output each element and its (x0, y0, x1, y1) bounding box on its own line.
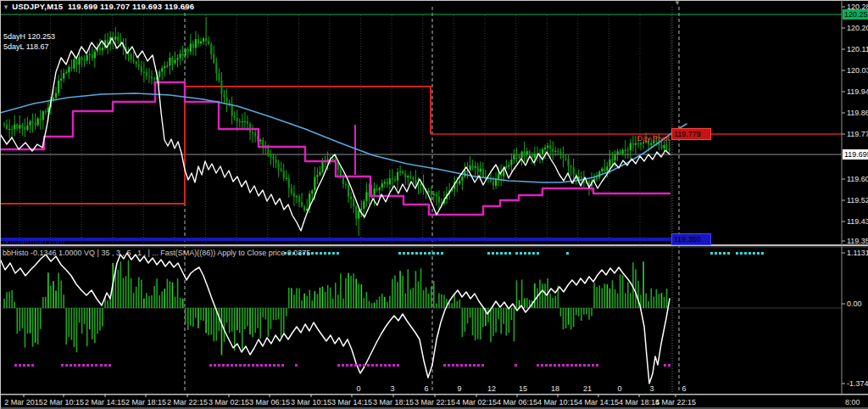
histogram-layer[interactable] (4, 261, 667, 356)
magenta-signal-dash (549, 364, 552, 367)
magenta-signal-dash (273, 364, 275, 367)
candle-body (208, 41, 209, 44)
candle-body (554, 151, 556, 152)
candle-body (176, 58, 178, 59)
candle-body (524, 152, 526, 155)
cyan-signal-dash (520, 252, 522, 255)
candle-body (404, 173, 406, 177)
magenta-signal-dash (541, 364, 543, 367)
magenta-signal-dash (243, 364, 246, 367)
candle-body (21, 125, 23, 126)
candle-body (549, 146, 551, 149)
candle-body (397, 172, 398, 181)
candle-body (278, 163, 280, 168)
magenta-signal-dash (388, 364, 391, 367)
candle-body (37, 119, 39, 126)
magenta-signal-dash (477, 364, 480, 367)
magenta-signal-dash (281, 364, 284, 367)
candle-body (412, 177, 414, 179)
candle-body (471, 165, 473, 168)
time-axis-label: 2 Mar 2015 (4, 398, 43, 406)
candle-body (3, 124, 5, 125)
candle-body (319, 172, 320, 175)
candle-body (420, 184, 421, 185)
candle-body (19, 125, 20, 128)
candle-body (379, 188, 381, 190)
magenta-signal-dash (100, 364, 103, 367)
candle-body (464, 171, 465, 176)
candle-body (26, 126, 28, 131)
chart-canvas[interactable]: fxfisherman.com036912151821036120.285120… (0, 0, 868, 409)
cyan-signal-dash (328, 252, 331, 255)
candle-body (301, 202, 303, 207)
candle-body (640, 143, 642, 144)
candle-body (220, 81, 222, 94)
candle-body (461, 176, 463, 181)
time-axis-label: 4 Mar 06:15 (497, 398, 537, 406)
magenta-signal-dash (86, 364, 89, 367)
chart-shift-marker-icon[interactable]: ▼ (674, 0, 681, 7)
candle-body (16, 125, 18, 129)
candle-body (148, 76, 150, 77)
time-axis-label: 2 Mar 18:15 (125, 398, 166, 406)
magenta-signal-dash (256, 364, 259, 367)
candle-body (510, 160, 512, 165)
candle-body (342, 176, 344, 184)
magenta-signal-dash (448, 364, 450, 367)
cyan-signal-dash (403, 252, 405, 255)
magenta-signal-dash (579, 364, 581, 367)
cyan-signal-dash (315, 252, 318, 255)
magenta-signal-dash (392, 364, 395, 367)
candle-body (353, 199, 354, 206)
candle-body (311, 190, 313, 193)
candle-body (259, 140, 261, 142)
time-axis-label: 3 Mar 06:15 (249, 398, 290, 406)
magenta-signal-dash (214, 364, 216, 367)
sub-axis-label: 1.1131 (847, 249, 868, 257)
hour-label: 6 (682, 384, 686, 393)
candle-body (63, 73, 64, 79)
candle-body (480, 169, 481, 172)
magenta-signal-dash (342, 364, 344, 367)
corner-time-label: 8:00 (845, 398, 860, 406)
chart-title-bar[interactable]: ▼USDJPY,M15 119.699 119.707 119.693 119.… (3, 2, 194, 11)
cyan-signal-dash (566, 252, 569, 255)
candle-body (376, 188, 378, 190)
candle-body (94, 52, 96, 59)
candle-body (117, 36, 119, 41)
candle-body (205, 38, 207, 41)
window-divider[interactable] (0, 244, 868, 246)
candle-body (213, 54, 214, 63)
magenta-signal-dash (566, 364, 569, 367)
candle-body (544, 148, 546, 149)
candle-body (200, 42, 202, 43)
candle-body (24, 127, 25, 131)
candle-body (637, 143, 639, 144)
candle-body (360, 209, 362, 210)
candle-body (321, 162, 323, 172)
cyan-signal-dash (740, 252, 743, 255)
hour-label: 0 (617, 384, 621, 393)
candle-body (283, 171, 285, 178)
magenta-signal-dash (31, 364, 34, 367)
magenta-signal-dash (473, 364, 476, 367)
candle-body (332, 159, 334, 160)
candle-body (495, 179, 497, 186)
magenta-signal-dash (562, 364, 565, 367)
candle-body (182, 53, 184, 55)
candle-body (358, 210, 359, 219)
candle-body (60, 79, 62, 81)
candle-body (392, 178, 393, 179)
candle-body (223, 94, 225, 98)
candle-body (195, 39, 197, 48)
hour-label: 21 (583, 384, 592, 393)
cyan-signal-dash (515, 252, 518, 255)
magenta-signal-dash (469, 364, 471, 367)
candle-body (394, 179, 396, 181)
candle-body (171, 58, 173, 63)
price-axis-label: 119.605 (847, 175, 868, 183)
collapse-triangle-icon[interactable]: ▼ (3, 3, 9, 11)
candle-body (373, 188, 375, 196)
candle-body (141, 66, 142, 71)
candle-body (130, 54, 131, 60)
